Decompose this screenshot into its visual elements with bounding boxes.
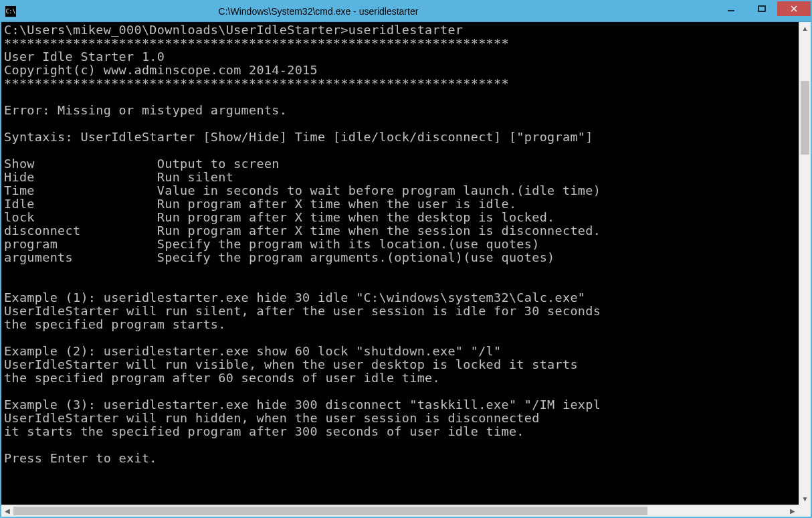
maximize-icon	[758, 5, 766, 13]
vscroll-track[interactable]	[799, 34, 811, 493]
scroll-right-icon[interactable]: ▶	[787, 505, 799, 517]
svg-rect-1	[758, 6, 765, 11]
cmd-window: C:\ C:\Windows\System32\cmd.exe - userid…	[0, 0, 812, 518]
scroll-left-icon[interactable]: ◀	[1, 505, 13, 517]
vertical-scrollbar[interactable]: ▲ ▼	[799, 22, 811, 505]
window-controls	[716, 1, 811, 21]
close-icon	[790, 5, 798, 13]
window-title: C:\Windows\System32\cmd.exe - useridlest…	[21, 6, 716, 17]
hscroll-thumb[interactable]	[13, 507, 647, 515]
scroll-up-icon[interactable]: ▲	[799, 22, 811, 34]
console-output[interactable]: C:\Users\mikew_000\Downloads\UserIdleSta…	[1, 22, 799, 517]
scroll-corner	[799, 505, 811, 517]
vscroll-thumb[interactable]	[801, 81, 809, 155]
hscroll-track[interactable]	[13, 505, 787, 517]
minimize-button[interactable]	[716, 1, 746, 16]
scroll-down-icon[interactable]: ▼	[799, 493, 811, 505]
horizontal-scrollbar[interactable]: ◀ ▶	[1, 505, 799, 517]
titlebar[interactable]: C:\ C:\Windows\System32\cmd.exe - userid…	[1, 1, 811, 21]
cmd-icon: C:\	[5, 6, 16, 17]
minimize-icon	[727, 5, 735, 13]
client-area: C:\Users\mikew_000\Downloads\UserIdleSta…	[1, 21, 811, 517]
close-button[interactable]	[777, 1, 811, 16]
maximize-button[interactable]	[746, 1, 777, 16]
